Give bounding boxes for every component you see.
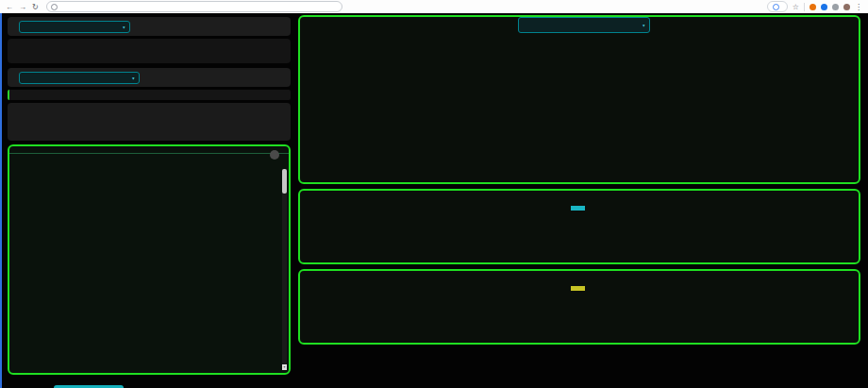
activity-15min-panel	[298, 189, 860, 264]
signal-table-body	[9, 167, 281, 373]
realtime-chart-legend	[300, 33, 859, 43]
charts-column: ▾	[298, 15, 860, 349]
window-edge	[0, 13, 2, 388]
google-lens-chip[interactable]	[767, 1, 788, 12]
chevron-down-icon: ▾	[131, 75, 135, 81]
chevron-down-icon: ▾	[122, 24, 125, 30]
profile-avatar[interactable]	[843, 4, 850, 10]
left-panel: ▾ ▾	[8, 17, 291, 375]
scrollbar-down-arrow[interactable]: ▾	[282, 364, 287, 370]
tools-select[interactable]: ▾	[19, 72, 140, 84]
menu-icon[interactable]: ⋮	[855, 3, 862, 11]
activity-hourly-panel	[298, 269, 860, 345]
address-bar[interactable]	[46, 1, 342, 12]
dashboard-page: ▾ ▾	[0, 13, 868, 388]
chevron-down-icon: ▾	[642, 22, 645, 28]
legend-swatch	[571, 286, 585, 291]
bookmark-star-icon[interactable]: ☆	[793, 3, 799, 11]
forward-icon[interactable]: →	[19, 1, 26, 13]
extension-icon[interactable]	[810, 4, 816, 10]
browser-toolbar: ← → ↻ ☆ ⋮	[0, 0, 868, 14]
toolbar-actions: ☆ ⋮	[767, 1, 862, 12]
lens-icon	[773, 4, 779, 10]
time-range-select[interactable]: ▾	[518, 17, 650, 33]
signal-table-header	[9, 146, 289, 154]
refresh-icon[interactable]: ↻	[32, 1, 39, 13]
help-icon[interactable]	[270, 150, 279, 160]
signal-table-panel: ▾	[8, 144, 291, 375]
extension-icon[interactable]	[821, 4, 827, 10]
layout-bar: ▾	[8, 17, 291, 36]
site-info-icon[interactable]	[51, 4, 58, 10]
activity-15min-legend	[300, 204, 859, 212]
table-scrollbar[interactable]: ▾	[282, 169, 287, 370]
mode-comment-bar	[8, 90, 291, 100]
back-icon[interactable]: ←	[6, 1, 13, 13]
realtime-chart-panel: ▾	[298, 15, 860, 184]
status-panel	[8, 103, 291, 141]
stats-panel	[8, 39, 291, 63]
tools-bar: ▾	[8, 68, 291, 87]
extension-icon[interactable]	[832, 4, 839, 10]
toolbar-divider	[804, 3, 805, 11]
layout-select[interactable]: ▾	[19, 21, 130, 33]
legend-swatch	[571, 206, 585, 211]
activity-hourly-legend	[300, 284, 859, 293]
scrollbar-thumb[interactable]	[282, 169, 287, 194]
